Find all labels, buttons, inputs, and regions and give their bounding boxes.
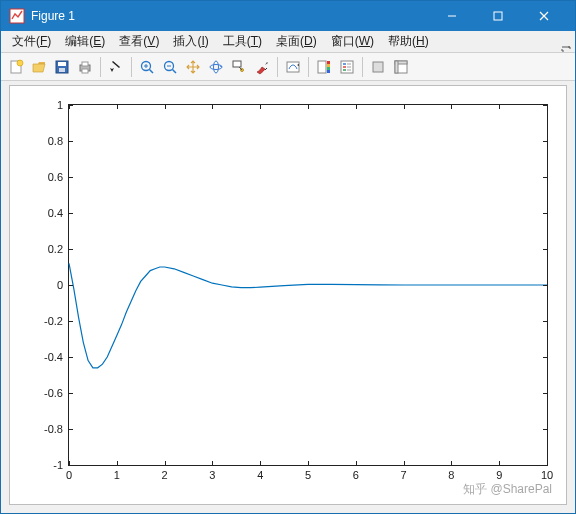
titlebar[interactable]: Figure 1 (1, 1, 575, 31)
plot-canvas: -1-0.8-0.6-0.4-0.200.20.40.60.8101234567… (9, 85, 567, 505)
svg-rect-26 (327, 64, 330, 67)
svg-rect-20 (233, 61, 241, 67)
toolbar-separator (308, 57, 309, 77)
watermark: 知乎 @SharePal (463, 481, 552, 498)
show-plot-tools-button[interactable] (390, 56, 412, 78)
x-tick-label: 10 (541, 465, 553, 481)
insert-legend-button[interactable] (336, 56, 358, 78)
svg-rect-9 (82, 62, 88, 66)
zoom-out-button[interactable] (159, 56, 181, 78)
svg-rect-7 (59, 68, 65, 72)
x-tick-label: 4 (257, 465, 263, 481)
pan-button[interactable] (182, 56, 204, 78)
x-tick-label: 6 (353, 465, 359, 481)
save-button[interactable] (51, 56, 73, 78)
svg-rect-24 (318, 61, 326, 73)
menubar: 文件(F) 编辑(E) 查看(V) 插入(I) 工具(T) 桌面(D) 窗口(W… (1, 31, 575, 53)
svg-rect-36 (373, 62, 383, 72)
toolbar-separator (277, 57, 278, 77)
svg-rect-6 (58, 62, 66, 66)
x-tick-label: 5 (305, 465, 311, 481)
axes[interactable]: -1-0.8-0.6-0.4-0.200.20.40.60.8101234567… (68, 104, 548, 466)
menu-view[interactable]: 查看(V) (112, 31, 166, 52)
zoom-in-button[interactable] (136, 56, 158, 78)
y-tick-label: 0.2 (48, 243, 69, 255)
toolbar-separator (100, 57, 101, 77)
maximize-button[interactable] (475, 1, 521, 31)
brush-button[interactable] (251, 56, 273, 78)
print-button[interactable] (74, 56, 96, 78)
svg-rect-28 (327, 70, 330, 73)
edit-plot-button[interactable] (105, 56, 127, 78)
line-series (69, 105, 547, 465)
figure-window: Figure 1 文件(F) 编辑(E) 查看(V) 插入(I) 工具(T) 桌… (0, 0, 576, 514)
menu-tools[interactable]: 工具(T) (216, 31, 269, 52)
y-tick-label: 1 (57, 99, 69, 111)
dock-icon[interactable] (561, 38, 571, 44)
x-tick-label: 3 (209, 465, 215, 481)
menu-insert[interactable]: 插入(I) (166, 31, 215, 52)
x-tick-label: 7 (401, 465, 407, 481)
menu-help[interactable]: 帮助(H) (381, 31, 436, 52)
svg-point-4 (17, 60, 23, 66)
y-tick-label: -0.2 (44, 315, 69, 327)
minimize-button[interactable] (429, 1, 475, 31)
y-tick-label: -0.4 (44, 351, 69, 363)
menu-window[interactable]: 窗口(W) (324, 31, 381, 52)
svg-rect-25 (327, 61, 330, 64)
menu-desktop[interactable]: 桌面(D) (269, 31, 324, 52)
hide-plot-tools-button[interactable] (367, 56, 389, 78)
svg-rect-23 (287, 62, 299, 72)
open-button[interactable] (28, 56, 50, 78)
new-figure-button[interactable] (5, 56, 27, 78)
y-tick-label: 0.8 (48, 135, 69, 147)
rotate3d-button[interactable] (205, 56, 227, 78)
svg-point-19 (214, 61, 219, 73)
svg-rect-2 (494, 12, 502, 20)
menu-edit[interactable]: 编辑(E) (58, 31, 112, 52)
data-cursor-button[interactable] (228, 56, 250, 78)
window-title: Figure 1 (31, 9, 75, 23)
menu-file[interactable]: 文件(F) (5, 31, 58, 52)
svg-line-12 (150, 69, 154, 73)
toolbar-separator (362, 57, 363, 77)
toolbar-separator (131, 57, 132, 77)
close-button[interactable] (521, 1, 567, 31)
matlab-figure-icon (9, 8, 25, 24)
toolbar (1, 53, 575, 81)
link-button[interactable] (282, 56, 304, 78)
y-tick-label: -0.8 (44, 423, 69, 435)
x-tick-label: 9 (496, 465, 502, 481)
y-tick-label: 0 (57, 279, 69, 291)
svg-rect-10 (82, 69, 88, 73)
insert-colorbar-button[interactable] (313, 56, 335, 78)
x-tick-label: 1 (114, 465, 120, 481)
y-tick-label: -0.6 (44, 387, 69, 399)
svg-rect-27 (327, 67, 330, 70)
data-line (69, 263, 547, 367)
svg-rect-39 (395, 61, 398, 73)
x-tick-label: 8 (448, 465, 454, 481)
x-tick-label: 0 (66, 465, 72, 481)
y-tick-label: 0.6 (48, 171, 69, 183)
svg-line-16 (173, 69, 177, 73)
y-tick-label: 0.4 (48, 207, 69, 219)
x-tick-label: 2 (162, 465, 168, 481)
